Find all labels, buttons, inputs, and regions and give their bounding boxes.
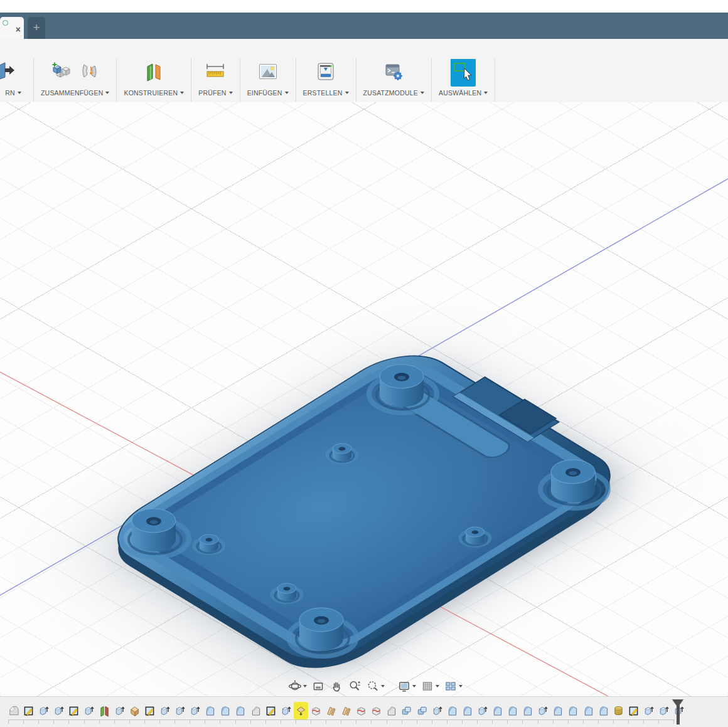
active-document-tab[interactable]: × <box>0 17 24 39</box>
timeline-feature-draft-icon[interactable] <box>341 704 351 718</box>
toolbar-group-label-text: AUSWÄHLEN <box>439 89 481 97</box>
toolbar-group-label[interactable]: AUSWÄHLEN <box>439 89 488 97</box>
timeline-feature-extrude-icon[interactable] <box>537 704 548 718</box>
joint-icon[interactable] <box>78 60 100 85</box>
toolbar-group-auswaehlen[interactable]: AUSWÄHLEN <box>432 58 495 102</box>
timeline-feature-sketch-icon[interactable] <box>23 704 34 718</box>
timeline-feature-extrude-icon[interactable] <box>658 704 669 718</box>
viewports-button[interactable] <box>442 678 464 694</box>
model-body[interactable] <box>88 335 651 682</box>
timeline-feature-split-icon[interactable] <box>311 704 321 718</box>
toolbar-group-label[interactable]: ZUSAMMENFÜGEN <box>41 89 109 97</box>
fusion360-window: × + RNZUSAMMENFÜGENKONSTRUIERENPRÜFENEIN… <box>0 0 728 727</box>
timeline-feature-sketch-icon[interactable] <box>265 704 276 718</box>
timeline-feature-extrude-icon[interactable] <box>174 704 185 718</box>
dropdown-caret-icon <box>303 685 307 687</box>
timeline-feature-chamfer-icon[interactable] <box>386 704 397 718</box>
timeline-feature-thread-icon[interactable] <box>613 704 624 718</box>
timeline-feature-extrude-icon[interactable] <box>281 704 291 718</box>
timeline-feature-draft-icon[interactable] <box>326 704 336 718</box>
select-cursor-icon[interactable] <box>451 59 476 87</box>
view-navigation-bar <box>286 678 464 694</box>
timeline-feature-fillet-icon[interactable] <box>522 704 533 718</box>
toolbar-group-label[interactable]: EINFÜGEN <box>247 89 289 97</box>
display-settings-button[interactable] <box>395 678 418 694</box>
document-tab-bar: × + <box>0 13 728 39</box>
viewport-canvas[interactable] <box>0 102 728 696</box>
orbit-icon <box>288 679 302 693</box>
toolbar-group-zusammenfuegen[interactable]: ZUSAMMENFÜGEN <box>34 58 117 102</box>
timeline-feature-extrude-icon[interactable] <box>53 704 64 718</box>
toolbar-group-pruefen[interactable]: PRÜFEN <box>191 58 240 102</box>
timeline-feature-extrude-icon[interactable] <box>643 704 654 718</box>
timeline-feature-split-icon[interactable] <box>356 704 367 718</box>
timeline-feature-offset-plane-icon[interactable] <box>296 704 306 718</box>
window-top-strip <box>0 0 728 13</box>
timeline-playhead-bar[interactable] <box>677 705 680 724</box>
timeline-feature-fillet-icon[interactable] <box>507 704 518 718</box>
toolbar-group-aendern-partial[interactable]: RN <box>0 58 34 102</box>
grid-layout-icon <box>420 679 434 693</box>
toolbar-group-label[interactable]: RN <box>5 89 21 97</box>
design-history-timeline[interactable] <box>0 696 728 727</box>
timeline-feature-shell-icon[interactable] <box>129 704 140 718</box>
new-tab-button[interactable]: + <box>28 17 45 39</box>
measure-ruler-icon[interactable] <box>204 60 227 85</box>
timeline-feature-extrude-icon[interactable] <box>38 704 49 718</box>
toolbar-group-icons <box>257 58 279 87</box>
timeline-feature-combine-icon[interactable] <box>417 704 427 718</box>
timeline-feature-extrude-icon[interactable] <box>159 704 170 718</box>
make-3dprint-icon[interactable] <box>314 60 337 85</box>
timeline-feature-extrude-icon[interactable] <box>83 704 94 718</box>
timeline-feature-extrude-icon[interactable] <box>432 704 442 718</box>
insert-image-icon[interactable] <box>257 60 279 85</box>
addins-script-gear-icon[interactable] <box>382 60 405 85</box>
dropdown-caret-icon <box>381 685 385 687</box>
timeline-feature-fillet-icon[interactable] <box>220 704 230 718</box>
toolbar-group-label[interactable]: ZUSATZMODULE <box>363 89 424 97</box>
timeline-feature-fillet-icon[interactable] <box>552 704 563 718</box>
construct-planes-icon[interactable] <box>142 60 165 85</box>
look-at-button[interactable] <box>309 678 327 694</box>
timeline-feature-fillet-icon[interactable] <box>598 704 609 718</box>
timeline-feature-extrude-icon[interactable] <box>190 704 200 718</box>
timeline-feature-extrude-icon[interactable] <box>114 704 125 718</box>
timeline-feature-form-icon[interactable] <box>8 704 19 718</box>
timeline-feature-sketch-icon[interactable] <box>144 704 155 718</box>
timeline-feature-split-icon[interactable] <box>371 704 382 718</box>
timeline-feature-chamfer-icon[interactable] <box>250 704 261 718</box>
timeline-feature-fillet-icon[interactable] <box>567 704 578 718</box>
close-tab-icon[interactable]: × <box>16 25 21 34</box>
timeline-feature-fillet-icon[interactable] <box>492 704 503 718</box>
toolbar-group-erstellen[interactable]: ERSTELLEN <box>296 58 356 102</box>
modify-partial-icon[interactable] <box>0 60 19 85</box>
dropdown-caret-icon <box>459 685 463 687</box>
pan-icon <box>329 679 343 693</box>
grid-layout-button[interactable] <box>419 678 441 694</box>
pan-button[interactable] <box>328 678 345 694</box>
toolbar-group-label[interactable]: PRÜFEN <box>198 89 232 97</box>
toolbar-group-label[interactable]: ERSTELLEN <box>303 89 349 97</box>
toolbar-group-label[interactable]: KONSTRUIEREN <box>124 89 184 97</box>
timeline-feature-fillet-icon[interactable] <box>447 704 458 718</box>
orbit-button[interactable] <box>286 678 309 694</box>
toolbar-group-konstruieren[interactable]: KONSTRUIEREN <box>117 58 191 102</box>
toolbar-group-zusatzmodule[interactable]: ZUSATZMODULE <box>356 58 432 102</box>
timeline-feature-sketch-icon[interactable] <box>68 704 79 718</box>
display-settings-icon <box>397 679 411 693</box>
timeline-feature-fillet-icon[interactable] <box>235 704 245 718</box>
timeline-feature-sketch-icon[interactable] <box>628 704 639 718</box>
zoom-window-button[interactable] <box>364 678 387 694</box>
timeline-feature-fillet-icon[interactable] <box>462 704 473 718</box>
timeline-feature-fillet-icon[interactable] <box>583 704 594 718</box>
new-component-icon[interactable] <box>50 60 72 85</box>
timeline-feature-mirror-icon[interactable] <box>99 704 110 718</box>
viewport[interactable] <box>0 102 728 696</box>
zoom-button[interactable] <box>346 678 363 694</box>
timeline-feature-combine-icon[interactable] <box>401 704 412 718</box>
timeline-feature-fillet-icon[interactable] <box>205 704 215 718</box>
timeline-feature-extrude-icon[interactable] <box>477 704 488 718</box>
timeline-feature-list <box>8 704 688 718</box>
toolbar-group-einfuegen[interactable]: EINFÜGEN <box>240 58 296 102</box>
toolbar-group-icons <box>50 58 100 87</box>
